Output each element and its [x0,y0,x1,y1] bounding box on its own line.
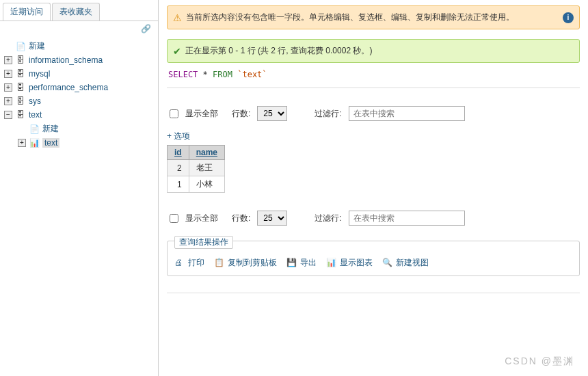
collapse-icon[interactable]: − [4,111,12,119]
sidebar-tabs: 近期访问 表收藏夹 [0,3,158,21]
print-icon: 🖨 [174,258,185,269]
database-icon: 🗄 [15,68,26,79]
success-text: 正在显示第 0 - 1 行 (共 2 行, 查询花费 0.0002 秒。) [185,45,372,57]
expand-icon[interactable]: + [4,56,12,64]
toggle-icon [4,42,12,51]
table-row[interactable]: 2 老王 [168,160,225,176]
tree-label: performance_schema [29,83,108,92]
tree-table-text[interactable]: + 📊 text [4,136,154,150]
main-panel: ⚠ 当前所选内容没有包含唯一字段。单元格编辑、复选框、编辑、复制和删除无法正常使… [159,0,588,376]
database-icon: 🗄 [15,82,26,93]
chart-icon: 📊 [326,258,337,269]
expand-icon[interactable]: + [4,97,12,105]
database-icon: 🗄 [15,109,26,120]
resultops-title: 查询结果操作 [174,236,233,249]
result-table: id name 2 老王 1 小林 [167,145,225,193]
sidebar: 近期访问 表收藏夹 🔗 📄 新建 + 🗄 information_schema … [0,0,159,376]
action-export[interactable]: 💾导出 [286,257,317,269]
database-icon: 🗄 [15,96,26,107]
toolbar-top: 显示全部 行数: 25 过滤行: [167,102,580,125]
rows-label: 行数: [232,108,250,120]
action-newview[interactable]: 🔍新建视图 [382,257,429,269]
tree-label: text [29,110,42,120]
sql-query: SELECT * FROM `text` [167,67,580,88]
options-toggle[interactable]: + 选项 [167,131,580,142]
view-icon: 🔍 [382,258,393,269]
warning-icon: ⚠ [173,12,182,23]
tree-label: information_schema [29,55,103,65]
action-chart[interactable]: 📊显示图表 [326,257,373,269]
tree-label: sys [29,96,41,106]
tree-label: text [42,138,59,148]
export-icon: 💾 [286,258,297,269]
showall-label: 显示全部 [185,213,218,224]
toggle-icon [18,125,26,133]
check-icon: ✔ [173,46,181,57]
tab-recent[interactable]: 近期访问 [3,3,51,21]
clipboard-icon: 📋 [214,258,225,269]
tree-label: 新建 [29,40,45,52]
watermark: CSDN @墨渊 [505,355,574,368]
tree-db-sys[interactable]: + 🗄 sys [4,94,154,108]
table-icon: 📊 [29,137,40,148]
tree-label: mysql [29,69,50,79]
cell-id: 2 [168,160,189,176]
result-operations: 查询结果操作 🖨打印 📋复制到剪贴板 💾导出 📊显示图表 🔍新建视图 [167,241,580,276]
filter-input[interactable] [349,106,465,121]
rows-label: 行数: [232,213,250,224]
divider [167,293,580,293]
sql-star: * [203,70,208,79]
rows-select[interactable]: 25 [257,106,287,121]
sql-table: `text` [237,70,267,79]
expand-icon[interactable]: + [4,70,12,78]
rows-select[interactable]: 25 [257,211,287,226]
showall-checkbox[interactable] [170,214,178,223]
new-icon: 📄 [29,124,40,135]
cell-name: 小林 [189,176,224,193]
success-alert: ✔ 正在显示第 0 - 1 行 (共 2 行, 查询花费 0.0002 秒。) [167,39,580,63]
tree-db-information-schema[interactable]: + 🗄 information_schema [4,53,154,67]
filter-input[interactable] [349,211,465,226]
action-print[interactable]: 🖨打印 [174,257,204,269]
toolbar-bottom: 显示全部 行数: 25 过滤行: [167,206,580,230]
tree-db-mysql[interactable]: + 🗄 mysql [4,67,154,81]
database-icon: 🗄 [15,55,26,66]
sql-from: FROM [213,70,232,79]
showall-checkbox[interactable] [170,109,178,118]
showall-label: 显示全部 [185,108,218,120]
info-icon[interactable]: i [563,12,574,23]
tree-new[interactable]: 📄 新建 [4,39,154,53]
tab-favorites[interactable]: 表收藏夹 [52,3,100,21]
link-icon[interactable]: 🔗 [0,21,158,36]
sql-select: SELECT [168,70,198,79]
warning-alert: ⚠ 当前所选内容没有包含唯一字段。单元格编辑、复选框、编辑、复制和删除无法正常使… [167,5,580,29]
db-tree: 📄 新建 + 🗄 information_schema + 🗄 mysql + … [0,36,158,152]
warning-text: 当前所选内容没有包含唯一字段。单元格编辑、复选框、编辑、复制和删除无法正常使用。 [186,12,514,23]
expand-icon[interactable]: + [18,139,26,147]
tree-db-performance-schema[interactable]: + 🗄 performance_schema [4,81,154,94]
tree-new-table[interactable]: 📄 新建 [4,122,154,136]
action-copy[interactable]: 📋复制到剪贴板 [214,257,277,269]
cell-name: 老王 [189,160,224,176]
tree-db-text[interactable]: − 🗄 text [4,108,154,122]
col-id[interactable]: id [168,146,189,160]
expand-icon[interactable]: + [4,83,12,92]
cell-id: 1 [168,176,189,193]
filter-label: 过滤行: [315,213,341,224]
tree-label: 新建 [42,123,59,135]
new-icon: 📄 [15,41,26,52]
col-name[interactable]: name [189,146,224,160]
filter-label: 过滤行: [315,108,341,120]
table-row[interactable]: 1 小林 [168,176,225,193]
